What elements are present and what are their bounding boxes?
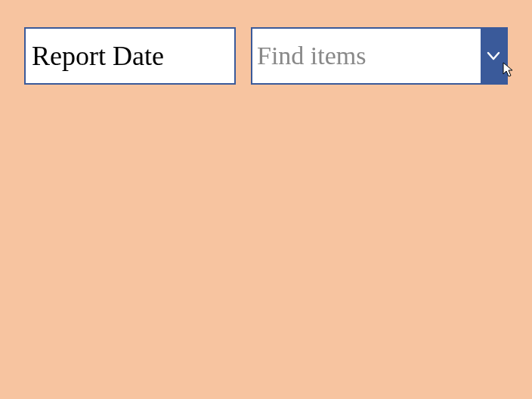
find-items-dropdown[interactable]: Find items [251, 27, 508, 85]
filter-row: Report Date Find items [0, 0, 532, 112]
dropdown-toggle-button[interactable] [481, 29, 506, 83]
report-date-label: Report Date [24, 27, 236, 85]
chevron-down-icon [487, 49, 500, 63]
label-text: Report Date [32, 40, 164, 72]
dropdown-placeholder[interactable]: Find items [252, 29, 481, 83]
